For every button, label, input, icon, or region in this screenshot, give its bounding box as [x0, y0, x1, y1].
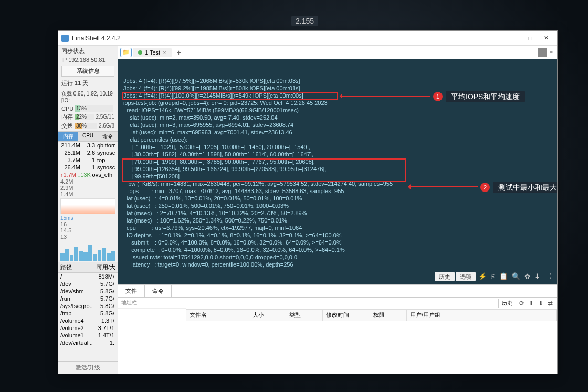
paste-icon[interactable]: 📋	[498, 273, 509, 280]
fs-row[interactable]: /818M/	[58, 273, 118, 280]
sync-status-label: 同步状态	[58, 46, 118, 57]
annotation-2: 2测试中最小和最大值	[480, 182, 557, 193]
download-icon[interactable]: ⬇	[533, 273, 542, 280]
ping-label: 15ms	[58, 215, 118, 221]
terminal[interactable]: Jobs: 4 (f=4): [R(4)][97.5%][r=2068MiB/s…	[118, 59, 557, 284]
folder-icon[interactable]: 📁	[120, 48, 132, 57]
minimize-button[interactable]: —	[507, 33, 522, 44]
lower-tab-cmd[interactable]: 命令	[145, 285, 172, 297]
cpu-metric: CPU 13%	[58, 105, 118, 112]
lightning-icon[interactable]: ⚡	[477, 273, 488, 280]
status-dot-icon	[138, 50, 142, 55]
app-window: FinalShell 4.2.4.2 — □ ✕ 同步状态 IP 192.168…	[58, 30, 558, 374]
search-icon[interactable]: 🔍	[510, 273, 522, 280]
address-column: 地址栏	[118, 298, 186, 374]
desktop-clock: 2.155	[291, 16, 318, 26]
download-icon-2[interactable]: ⬇	[537, 300, 544, 307]
terminal-line: complete : 0=0.0%, 4=100.0%, 8=0.0%, 16=…	[123, 246, 552, 253]
settings-icon[interactable]: ✿	[523, 273, 532, 280]
terminal-line: IO depths : 1=0.1%, 2=0.1%, 4=0.1%, 8=0.…	[123, 231, 552, 239]
terminal-line: lat (usec): min=6, max=695963, avg=7001.…	[123, 129, 552, 136]
terminal-line: issued rwts: total=17541292,0,0,0 short=…	[123, 253, 552, 261]
terminal-line: lat (msec) : 100=1.62%, 250=1.34%, 500=0…	[123, 217, 552, 224]
swap-metric: 交换 30% 2.6G/8	[58, 121, 118, 130]
annotation-arrow-2	[410, 186, 478, 187]
lower-tab-files[interactable]: 文件	[118, 285, 145, 297]
proc-tab-cpu[interactable]: CPU	[78, 132, 98, 141]
uptime-label: 运行 11 天	[58, 78, 118, 89]
proc-tab-mem[interactable]: 内存	[58, 132, 78, 141]
address-label: 地址栏	[118, 298, 186, 309]
term-history-button[interactable]: 历史	[435, 272, 455, 281]
sidebar: 同步状态 IP 192.168.50.81 系统信息 运行 11 天 负载 0.…	[58, 46, 118, 374]
fs-row[interactable]: /tmp5.8G/	[58, 310, 118, 317]
fs-row[interactable]: /volume41.3T/	[58, 317, 118, 324]
copy-icon[interactable]: ⎘	[489, 273, 497, 280]
net-row: ↑1.7M ↓13K ovs_eth	[58, 171, 118, 178]
terminal-line: | 1.00th=[ 1029], 5.00th=[ 1205], 10.00t…	[123, 143, 552, 151]
refresh-icon[interactable]: ⟳	[518, 300, 526, 307]
transfer-icon[interactable]: ⇄	[547, 300, 554, 307]
load-label: 负载 0.90, 1.92, 10.19 [IO:	[58, 89, 118, 105]
close-button[interactable]: ✕	[538, 33, 554, 44]
proc-row[interactable]: 3.7M1top	[58, 156, 118, 164]
net-chart	[60, 198, 116, 214]
system-info-button[interactable]: 系统信息	[61, 66, 114, 77]
fullscreen-icon[interactable]: ⛶	[543, 273, 553, 280]
list-view-icon[interactable]: ≡	[548, 49, 555, 56]
fs-row[interactable]: /dev/shm5.8G/	[58, 288, 118, 295]
proc-row[interactable]: 211.4M3.3qbittorr	[58, 142, 118, 149]
file-column: 历史 ⟳ ⬆ ⬇ ⇄ 文件名 大小 类型 修改时间 权限 用户/用户	[186, 298, 557, 374]
ping-chart	[60, 241, 116, 261]
fs-row[interactable]: /dev/virtuali...1.	[58, 339, 118, 346]
main-area: 📁 1 Test × + ≡ Jobs: 4 (f=4): [R(4)][97.…	[118, 46, 557, 374]
tab-test[interactable]: 1 Test ×	[133, 48, 172, 57]
annotation-box-1	[122, 92, 338, 100]
fs-row[interactable]: /sys/fs/cgro...5.8G/	[58, 302, 118, 310]
annotation-1: 1平均IOPS和平均速度	[433, 91, 525, 102]
fs-row[interactable]: /volume11.4T/1	[58, 332, 118, 339]
terminal-line: read: IOPS=146k, BW=571MiB/s (599MB/s)(6…	[123, 107, 552, 114]
term-options-button[interactable]: 选项	[456, 272, 476, 281]
upload-icon[interactable]: ⬆	[528, 300, 535, 307]
fs-header: 路径可用/大	[58, 262, 118, 273]
proc-row[interactable]: 26.4M1synoscg	[58, 164, 118, 171]
lower-panel: 文件 命令 地址栏 历史 ⟳ ⬆ ⬇ ⇄	[118, 284, 557, 374]
proc-tabs[interactable]: 内存 CPU 命令	[58, 131, 118, 142]
terminal-line: | 30.00th=[ 1582], 40.00th=[ 1598], 50.0…	[123, 151, 552, 158]
proc-tab-cmd[interactable]: 命令	[98, 132, 118, 141]
terminal-line: slat (usec): min=2, max=350.50, avg= 7.4…	[123, 114, 552, 121]
terminal-line: lat (usec) : 250=0.01%, 500=0.01%, 750=0…	[123, 202, 552, 209]
terminal-line: lat (msec) : 2=70.71%, 4=10.13%, 10=10.3…	[123, 209, 552, 217]
terminal-line: latency : target=0, window=0, percentile…	[123, 261, 552, 268]
upgrade-button[interactable]: 激活/升级	[58, 361, 118, 374]
file-table-header: 文件名 大小 类型 修改时间 权限 用户/用户组	[186, 310, 557, 321]
window-title: FinalShell 4.2.4.2	[72, 35, 507, 42]
grid-view-icon[interactable]	[538, 48, 547, 57]
lower-tabs: 文件 命令	[118, 285, 557, 298]
terminal-line: lat (usec) : 4=0.01%, 10=0.01%, 20=0.01%…	[123, 195, 552, 202]
app-icon	[61, 35, 69, 42]
mem-metric: 内存 22% 2.5G/11	[58, 112, 118, 121]
titlebar[interactable]: FinalShell 4.2.4.2 — □ ✕	[58, 31, 557, 46]
terminal-line: cpu : usr=6.79%, sys=20.46%, ctx=192977,…	[123, 224, 552, 231]
terminal-line: Jobs: 4 (f=4): [R(4)][97.5%][r=2068MiB/s…	[123, 77, 552, 84]
tab-bar: 📁 1 Test × + ≡	[118, 46, 557, 59]
ip-label: IP 192.168.50.81	[58, 57, 118, 65]
file-toolbar: 历史 ⟳ ⬆ ⬇ ⇄	[186, 298, 557, 310]
fs-row[interactable]: /run5.7G/	[58, 295, 118, 302]
new-tab-button[interactable]: +	[173, 48, 185, 57]
terminal-line: clat percentiles (usec):	[123, 136, 552, 143]
file-history-button[interactable]: 历史	[498, 299, 516, 308]
tab-close-icon[interactable]: ×	[163, 49, 166, 56]
annotation-box-2	[122, 158, 406, 182]
fs-row[interactable]: /dev5.7G/	[58, 280, 118, 288]
terminal-toolbar: 历史 选项 ⚡ ⎘ 📋 🔍 ✿ ⬇ ⛶	[435, 272, 553, 281]
proc-row[interactable]: 25.1M2.6synoscg	[58, 149, 118, 156]
annotation-arrow-1	[341, 96, 430, 97]
terminal-line: clat (usec): min=3, max=695955, avg=6994…	[123, 121, 552, 129]
terminal-line: submit : 0=0.0%, 4=100.0%, 8=0.0%, 16=0.…	[123, 239, 552, 246]
fs-row[interactable]: /volume23.7T/1	[58, 324, 118, 332]
maximize-button[interactable]: □	[522, 33, 538, 44]
